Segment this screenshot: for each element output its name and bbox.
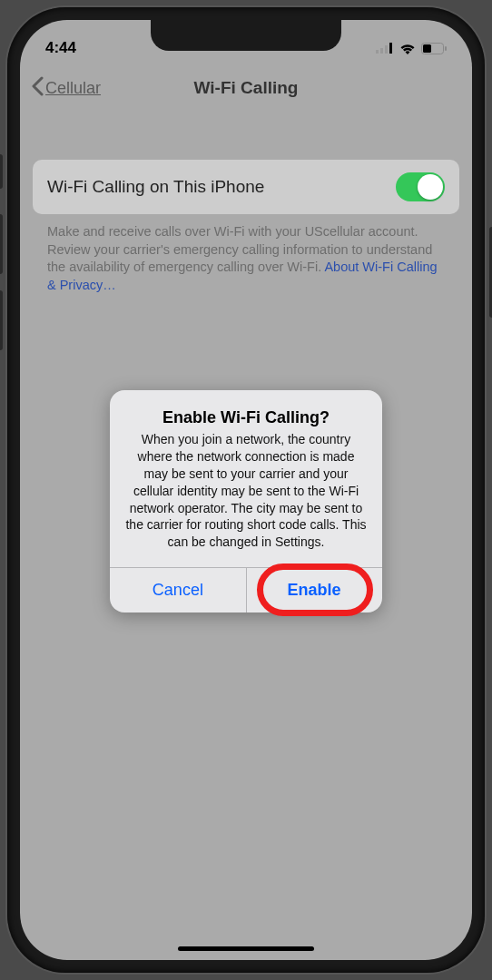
back-label: Cellular <box>45 79 101 98</box>
back-button[interactable]: Cellular <box>31 76 101 101</box>
enable-button[interactable]: Enable <box>246 568 382 612</box>
wifi-icon <box>399 43 416 54</box>
cancel-button[interactable]: Cancel <box>110 568 246 612</box>
svg-rect-2 <box>385 45 388 54</box>
alert-dialog: Enable Wi-Fi Calling? When you join a ne… <box>110 390 382 612</box>
setting-description: Make and receive calls over Wi-Fi with y… <box>33 214 459 294</box>
toggle-switch[interactable] <box>396 172 445 201</box>
toggle-knob <box>418 174 443 200</box>
status-time: 4:44 <box>45 39 76 57</box>
phone-frame: 4:44 <box>7 7 485 973</box>
cellular-signal-icon <box>376 43 394 54</box>
silence-switch <box>0 154 3 189</box>
alert-message: When you join a network, the country whe… <box>124 431 368 551</box>
svg-rect-5 <box>423 44 431 53</box>
page-title: Wi-Fi Calling <box>194 78 299 98</box>
alert-title: Enable Wi-Fi Calling? <box>124 408 368 427</box>
svg-rect-1 <box>380 48 383 54</box>
volume-down-button <box>0 290 3 350</box>
screen: 4:44 <box>20 20 472 960</box>
setting-label: Wi-Fi Calling on This iPhone <box>47 177 264 197</box>
svg-rect-6 <box>445 46 447 51</box>
settings-content: Wi-Fi Calling on This iPhone Make and re… <box>20 147 472 307</box>
nav-bar: Cellular Wi-Fi Calling <box>20 65 472 111</box>
svg-rect-3 <box>389 43 392 54</box>
volume-up-button <box>0 214 3 274</box>
chevron-left-icon <box>31 76 44 101</box>
home-indicator[interactable] <box>178 946 314 951</box>
wifi-calling-toggle-row[interactable]: Wi-Fi Calling on This iPhone <box>33 160 459 214</box>
notch <box>151 20 341 51</box>
svg-rect-0 <box>376 50 379 54</box>
battery-icon <box>421 43 447 54</box>
